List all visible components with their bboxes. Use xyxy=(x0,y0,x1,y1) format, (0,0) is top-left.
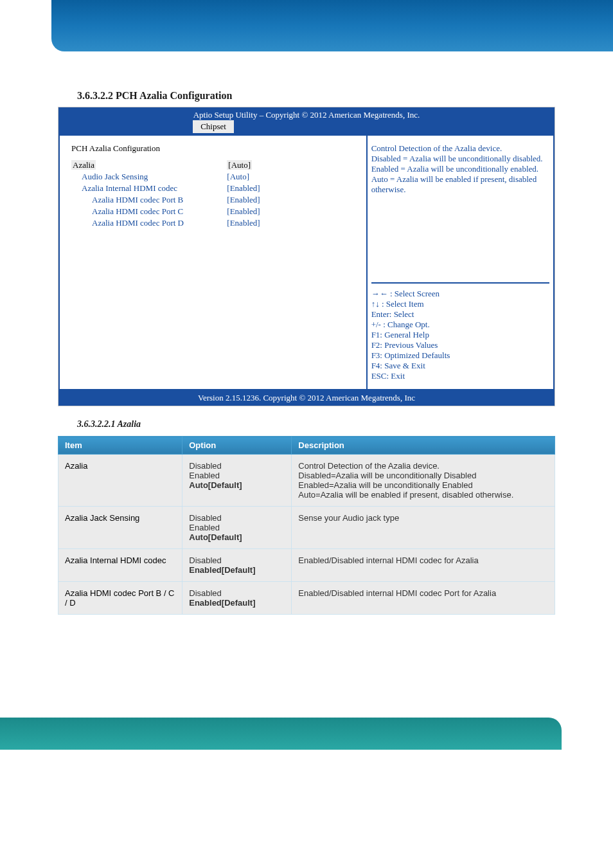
cell-description: Sense your Audio jack type xyxy=(292,507,555,549)
bios-item-value: [Enabled] xyxy=(227,206,354,217)
bios-tab-chipset[interactable]: Chipset xyxy=(193,120,234,133)
cell-description: Enabled/Disabled internal HDMI codec Por… xyxy=(292,582,555,615)
section-heading-1: 3.6.3.2.2 PCH Azalia Configuration xyxy=(0,90,613,107)
bios-nav-hints: →← : Select Screen↑↓ : Select ItemEnter:… xyxy=(371,282,549,381)
section-heading-2: 3.6.3.2.2.1 Azalia xyxy=(0,406,613,436)
table-row: Azalia Internal HDMI codecDisabledEnable… xyxy=(58,549,555,582)
cell-description: Control Detection of the Azalia device.D… xyxy=(292,455,555,507)
cell-option: DisabledEnabled[Default] xyxy=(182,549,292,582)
bios-item-value: [Enabled] xyxy=(227,218,354,228)
bios-panel-title: PCH Azalia Configuration xyxy=(71,143,160,154)
help-line: Disabled = Azalia will be unconditionall… xyxy=(371,154,549,164)
bios-item-label: Azalia HDMI codec Port B xyxy=(71,195,227,205)
cell-item: Azalia Internal HDMI codec xyxy=(58,549,182,582)
nav-hint-line: F3: Optimized Defaults xyxy=(371,350,549,361)
top-banner xyxy=(51,0,613,51)
bios-footer: Version 2.15.1236. Copyright © 2012 Amer… xyxy=(58,390,555,406)
nav-hint-line: +/- : Change Opt. xyxy=(371,320,549,330)
cell-option: DisabledEnabledAuto[Default] xyxy=(182,507,292,549)
nav-hint-line: ↑↓ : Select Item xyxy=(371,299,549,309)
cell-item: Azalia Jack Sensing xyxy=(58,507,182,549)
help-line: Control Detection of the Azalia device. xyxy=(371,143,549,154)
table-row: AzaliaDisabledEnabledAuto[Default]Contro… xyxy=(58,455,555,507)
bios-item-label: Azalia HDMI codec Port C xyxy=(71,206,227,217)
nav-hint-line: F1: General Help xyxy=(371,330,549,340)
bios-item-label: Azalia xyxy=(71,160,96,170)
bios-item-row[interactable]: Azalia HDMI codec Port B[Enabled] xyxy=(71,195,355,205)
th-description: Description xyxy=(292,437,555,455)
help-line: Enabled = Azalia will be unconditionally… xyxy=(371,164,549,174)
table-row: Azalia HDMI codec Port B / C / DDisabled… xyxy=(58,582,555,615)
th-item: Item xyxy=(58,437,182,455)
bios-screenshot: Aptio Setup Utility – Copyright © 2012 A… xyxy=(58,107,555,406)
bios-item-row[interactable]: Azalia Internal HDMI codec[Enabled] xyxy=(71,183,355,194)
bios-item-row[interactable]: Azalia HDMI codec Port C[Enabled] xyxy=(71,206,355,217)
cell-item: Azalia xyxy=(58,455,182,507)
nav-hint-line: ESC: Exit xyxy=(371,371,549,381)
nav-hint-line: →← : Select Screen xyxy=(371,289,549,299)
bios-item-row[interactable]: Audio Jack Sensing[Auto] xyxy=(71,172,355,182)
help-line: Auto = Azalia will be enabled if present… xyxy=(371,174,549,195)
bios-item-row[interactable]: Azalia HDMI codec Port D[Enabled] xyxy=(71,218,355,228)
table-row: Azalia Jack SensingDisabledEnabledAuto[D… xyxy=(58,507,555,549)
bios-item-value: [Enabled] xyxy=(227,195,354,205)
bios-help-text: Control Detection of the Azalia device.D… xyxy=(371,143,549,282)
options-table: Item Option Description AzaliaDisabledEn… xyxy=(58,436,555,615)
bios-left-panel: PCH Azalia Configuration Azalia[Auto]Aud… xyxy=(58,134,366,390)
bios-item-label: Audio Jack Sensing xyxy=(71,172,227,182)
bios-header-title: Aptio Setup Utility – Copyright © 2012 A… xyxy=(58,107,555,120)
cell-description: Enabled/Disabled internal HDMI codec for… xyxy=(292,549,555,582)
nav-hint-line: F4: Save & Exit xyxy=(371,361,549,371)
nav-hint-line: Enter: Select xyxy=(371,309,549,320)
bios-item-value: [Enabled] xyxy=(227,183,354,194)
bios-item-label: Azalia HDMI codec Port D xyxy=(71,218,227,228)
bottom-banner xyxy=(0,718,562,750)
bios-item-value: [Auto] xyxy=(227,160,252,170)
cell-option: DisabledEnabled[Default] xyxy=(182,582,292,615)
th-option: Option xyxy=(182,437,292,455)
bios-right-panel: Control Detection of the Azalia device.D… xyxy=(366,134,555,390)
bios-item-label: Azalia Internal HDMI codec xyxy=(71,183,227,194)
bios-tabs-row: Chipset xyxy=(58,120,555,133)
cell-option: DisabledEnabledAuto[Default] xyxy=(182,455,292,507)
bios-item-row[interactable]: Azalia[Auto] xyxy=(71,160,355,170)
bios-item-value: [Auto] xyxy=(227,172,354,182)
cell-item: Azalia HDMI codec Port B / C / D xyxy=(58,582,182,615)
nav-hint-line: F2: Previous Values xyxy=(371,340,549,350)
